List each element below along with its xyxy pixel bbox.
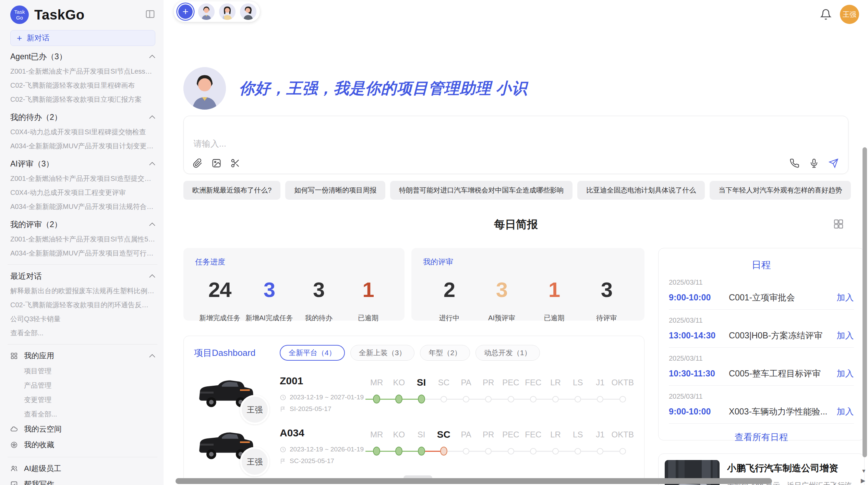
sidebar-item-favorites[interactable]: 我的收藏: [10, 437, 155, 453]
join-link[interactable]: 加入: [837, 406, 854, 417]
list-item[interactable]: 公司Q3轻卡销量: [10, 312, 155, 326]
tab-model-year[interactable]: 年型（2）: [420, 345, 470, 361]
greeting-text: 你好，王强，我是你的项目管理助理 小识: [239, 78, 528, 99]
image-icon[interactable]: [212, 158, 221, 168]
briefing-columns: 任务进度 24 新增完成任务 3 新增AI完成任务 3: [183, 248, 848, 485]
milestone: J1: [589, 376, 611, 413]
chat-input[interactable]: [193, 139, 570, 149]
section-my-todo[interactable]: 我的待办（2）: [10, 109, 155, 125]
section-ai-review[interactable]: AI评审（3）: [10, 156, 155, 172]
chevron-up-icon[interactable]: [149, 55, 155, 58]
list-item[interactable]: A034-全新新能源MUV产品开发项目法规符合性评审: [10, 200, 155, 214]
chevron-up-icon[interactable]: [149, 274, 155, 278]
suggestion-chip[interactable]: 当下年轻人对汽车外观有怎样的喜好趋势: [710, 181, 851, 200]
suggestion-chip[interactable]: 特朗普可能对进口汽车增税会对中国车企造成哪些影响: [390, 181, 572, 200]
section-recent-chats[interactable]: 最近对话: [10, 268, 155, 284]
new-chat-button[interactable]: + 新对话: [10, 30, 155, 46]
event-name: C005-整车工程目标评审: [729, 368, 837, 379]
stat-value: 2: [423, 277, 475, 302]
sidebar-item-cloud-space[interactable]: 我的云空间: [10, 421, 155, 437]
project-row-z001[interactable]: 王强 Z001 2023-12-19 ~ 2027-01-19 SI-2025-…: [194, 375, 634, 413]
sidebar-item-my-apps[interactable]: 我的应用: [10, 348, 155, 364]
chat-input-card: [183, 116, 848, 174]
phone-icon[interactable]: [789, 158, 799, 168]
scroll-right-arrow-icon[interactable]: ▶: [861, 477, 865, 484]
user-avatar[interactable]: 王强: [840, 5, 859, 24]
milestone-timeline: MR KO SI SC PA PR PEC FEC LR LS J1 OKTB: [365, 427, 634, 465]
list-item[interactable]: A034-全新新能源MUV产品开发项目计划变更表编写: [10, 139, 155, 153]
project-thumbnail: 王强: [194, 375, 256, 413]
list-item[interactable]: 解释最新出台的欧盟报废车法规再生塑料比例被调至15%...: [10, 284, 155, 298]
stat-cell: 3 我的待办: [294, 277, 343, 323]
avatar-agent-1[interactable]: [198, 3, 215, 20]
app-item-product-mgmt[interactable]: 产品管理: [10, 378, 155, 393]
join-link[interactable]: 加入: [837, 330, 854, 341]
tab-new-platform[interactable]: 全新平台（4）: [280, 345, 345, 361]
list-item[interactable]: C0X4-动力总成开发项目SI里程碑提交物检查: [10, 125, 155, 139]
event-date: 2025/03/11: [669, 316, 854, 324]
list-item[interactable]: Z001-全新燃油皮卡产品开发项目SI节点Lesson Learn报告: [10, 64, 155, 78]
list-item[interactable]: Z001-全新燃油轻卡产品开发项目SI节点属性5D文件评审: [10, 232, 155, 246]
stat-value: 3: [580, 277, 633, 302]
app-item-change-mgmt[interactable]: 变更管理: [10, 393, 155, 407]
send-icon[interactable]: [829, 158, 839, 168]
briefing-layout-icon[interactable]: [833, 219, 844, 229]
chevron-up-icon[interactable]: [149, 162, 155, 165]
join-link[interactable]: 加入: [837, 368, 854, 379]
milestone: LR: [544, 428, 567, 465]
vertical-scrollbar[interactable]: [863, 147, 867, 457]
chat-tools-right: [789, 158, 839, 168]
chevron-up-icon[interactable]: [149, 223, 155, 226]
apps-view-all[interactable]: 查看全部...: [10, 407, 155, 421]
chevron-up-icon[interactable]: [149, 354, 155, 358]
sidebar-item-help-write[interactable]: 帮我写作: [10, 476, 155, 485]
main-area: + 王强 你好，王强，我是你的项目管理助理 小识: [164, 0, 868, 485]
project-dates: 2023-12-19 ~ 2027-01-19: [290, 394, 364, 401]
briefing-left-column: 任务进度 24 新增完成任务 3 新增AI完成任务 3: [183, 248, 644, 485]
list-item[interactable]: A034-全新新能源MUV产品开发项目造型可行性评审: [10, 246, 155, 260]
sidebar-collapse-icon[interactable]: [145, 9, 155, 19]
section-agent-done[interactable]: Agent已办（3）: [10, 49, 155, 64]
project-row-a034[interactable]: 王强 A034 2023-12-19 ~ 2026-01-19 SC-2025-…: [194, 427, 634, 465]
list-item[interactable]: C02-飞腾新能源轻客改款项目立项汇报方案: [10, 92, 155, 107]
recent-view-all[interactable]: 查看全部...: [10, 326, 155, 340]
section-my-review[interactable]: 我的评审（2）: [10, 216, 155, 232]
suggestion-chip[interactable]: 比亚迪全固态电池计划具体说了什么: [577, 181, 705, 200]
horizontal-scrollbar[interactable]: [176, 478, 772, 484]
project-info: Z001 2023-12-19 ~ 2027-01-19 SI-2025-05-…: [280, 375, 365, 413]
people-icon: [10, 465, 18, 472]
tab-new-body[interactable]: 全新上装（3）: [350, 345, 415, 361]
list-item[interactable]: C0X4-动力总成开发项目工程变更评审: [10, 186, 155, 200]
milestone: PA: [455, 428, 477, 465]
microphone-icon[interactable]: [809, 158, 819, 168]
avatar-agent-2[interactable]: [219, 3, 236, 20]
list-item[interactable]: Z001-全新燃油轻卡产品开发项目SI造型提交物评审: [10, 172, 155, 186]
sidebar-item-ai-super-staff[interactable]: AI超级员工: [10, 461, 155, 476]
tab-powertrain[interactable]: 动总开发（1）: [475, 345, 540, 361]
scroll-down-arrow-icon[interactable]: ▼: [861, 468, 866, 474]
divider: [8, 264, 157, 265]
suggestion-chip[interactable]: 如何写一份清晰的项目周报: [285, 181, 385, 200]
stat-label: 已逾期: [528, 313, 580, 323]
stat-label: 我的待办: [294, 313, 343, 323]
stat-cell: 3 新增AI完成任务: [244, 277, 294, 323]
event-name: X003-车辆动力学性能验...: [729, 406, 837, 417]
event-date: 2025/03/11: [669, 278, 854, 286]
add-agent-button[interactable]: +: [177, 3, 194, 20]
suggestion-chip[interactable]: 欧洲新规最近颁布了什么?: [183, 181, 280, 200]
task-progress-card: 任务进度 24 新增完成任务 3 新增AI完成任务 3: [183, 248, 405, 321]
notification-bell-icon[interactable]: [820, 9, 832, 20]
flag-icon: [280, 458, 286, 464]
scissors-icon[interactable]: [230, 158, 240, 168]
app-item-project-mgmt[interactable]: 项目管理: [10, 364, 155, 378]
avatar-agent-3[interactable]: [240, 3, 256, 20]
cloud-icon: [10, 425, 18, 433]
list-item[interactable]: C02-飞腾新能源轻客改款项目里程碑画布: [10, 78, 155, 92]
view-all-schedule-link[interactable]: 查看所有日程: [669, 431, 854, 443]
join-link[interactable]: 加入: [837, 292, 854, 303]
list-item[interactable]: C02-飞腾新能源轻客改款项目的闭环通告反馈情况: [10, 298, 155, 312]
event-date: 2025/03/11: [669, 355, 854, 362]
paperclip-icon[interactable]: [193, 158, 203, 168]
chevron-up-icon[interactable]: [149, 115, 155, 119]
milestone: OKTB: [612, 428, 634, 465]
